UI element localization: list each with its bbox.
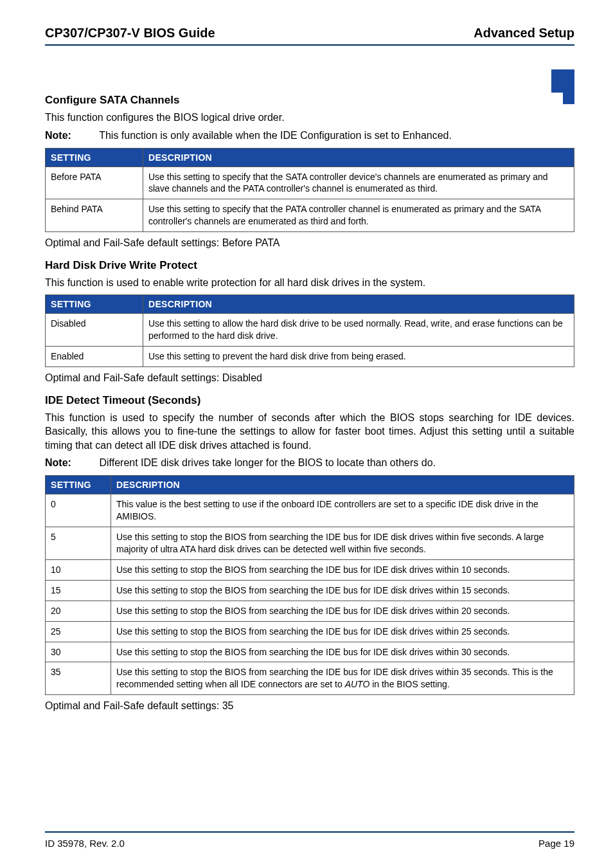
cell-setting: 20 [46,601,111,621]
header-rule [45,44,574,46]
footer-left: ID 35978, Rev. 2.0 [45,838,125,849]
th-description: DESCRIPTION [111,476,574,494]
footer-rule [45,831,574,833]
sec1-note: Note: This function is only available wh… [45,130,574,141]
th-setting: SETTING [46,295,143,314]
cell-description: This value is the best setting to use if… [111,494,574,527]
header-left: CP307/CP307-V BIOS Guide [45,26,215,41]
cell-setting: Enabled [46,347,143,367]
table-row: 5 Use this setting to stop the BIOS from… [46,527,574,560]
cell-description: Use this setting to stop the BIOS from s… [111,580,574,601]
cell-setting: 25 [46,621,111,642]
cell-setting: 35 [46,662,111,695]
table-row: Disabled Use this setting to allow the h… [46,314,574,347]
cell-description: Use this setting to specify that the PAT… [143,199,574,232]
sec2-table: SETTING DESCRIPTION Disabled Use this se… [45,294,574,367]
cell-setting: 0 [46,494,111,527]
cell-description: Use this setting to stop the BIOS from s… [111,642,574,662]
sec3-note: Note: Different IDE disk drives take lon… [45,457,574,469]
cell-description: Use this setting to stop the BIOS from s… [111,527,574,560]
table-row: 35 Use this setting to stop the BIOS fro… [46,662,574,695]
footer-right: Page 19 [538,838,574,849]
cell-setting: 10 [46,559,111,580]
sec3-table: SETTING DESCRIPTION 0 This value is the … [45,475,574,695]
cell-description: Use this setting to stop the BIOS from s… [111,601,574,621]
th-setting: SETTING [46,476,111,494]
table-row: Behind PATA Use this setting to specify … [46,199,574,232]
table-row: 0 This value is the best setting to use … [46,494,574,527]
table-row: 10 Use this setting to stop the BIOS fro… [46,559,574,580]
th-description: DESCRIPTION [143,148,574,167]
cell-setting: Before PATA [46,167,143,199]
sec2-title: Hard Disk Drive Write Protect [45,259,574,272]
cell-setting: 15 [46,580,111,601]
note-text: Different IDE disk drives take longer fo… [99,457,436,468]
sec1-table: SETTING DESCRIPTION Before PATA Use this… [45,148,574,233]
table-row: 15 Use this setting to stop the BIOS fro… [46,580,574,601]
cell-setting: Disabled [46,314,143,347]
table-row: Enabled Use this setting to prevent the … [46,347,574,367]
sec3-title: IDE Detect Timeout (Seconds) [45,394,574,407]
sec2-default: Optimal and Fail-Safe default settings: … [45,371,574,385]
cell-description: Use this setting to stop the BIOS from s… [111,662,574,695]
table-row: 25 Use this setting to stop the BIOS fro… [46,621,574,642]
cell-setting: 5 [46,527,111,560]
cell-setting: 30 [46,642,111,662]
cell-description: Use this setting to stop the BIOS from s… [111,621,574,642]
sec1-title: Configure SATA Channels [45,94,574,107]
sec3-default: Optimal and Fail-Safe default settings: … [45,699,574,713]
sec2-intro: This function is used to enable write pr… [45,276,574,290]
header-right: Advanced Setup [474,26,574,41]
th-description: DESCRIPTION [143,295,574,314]
table-row: Before PATA Use this setting to specify … [46,167,574,199]
cell-description: Use this setting to prevent the hard dis… [143,347,574,367]
cell-description: Use this setting to allow the hard disk … [143,314,574,347]
cell-description: Use this setting to stop the BIOS from s… [111,559,574,580]
note-label: Note: [45,457,96,469]
table-row: 20 Use this setting to stop the BIOS fro… [46,601,574,621]
note-text: This function is only available when the… [99,130,452,141]
brand-logo-icon [542,69,574,102]
th-setting: SETTING [46,148,143,167]
table-row: 30 Use this setting to stop the BIOS fro… [46,642,574,662]
cell-description: Use this setting to specify that the SAT… [143,167,574,199]
sec1-intro: This function configures the BIOS logica… [45,111,574,125]
sec1-default: Optimal and Fail-Safe default settings: … [45,236,574,250]
sec3-intro: This function is used to specify the num… [45,411,574,453]
note-label: Note: [45,130,96,141]
cell-setting: Behind PATA [46,199,143,232]
